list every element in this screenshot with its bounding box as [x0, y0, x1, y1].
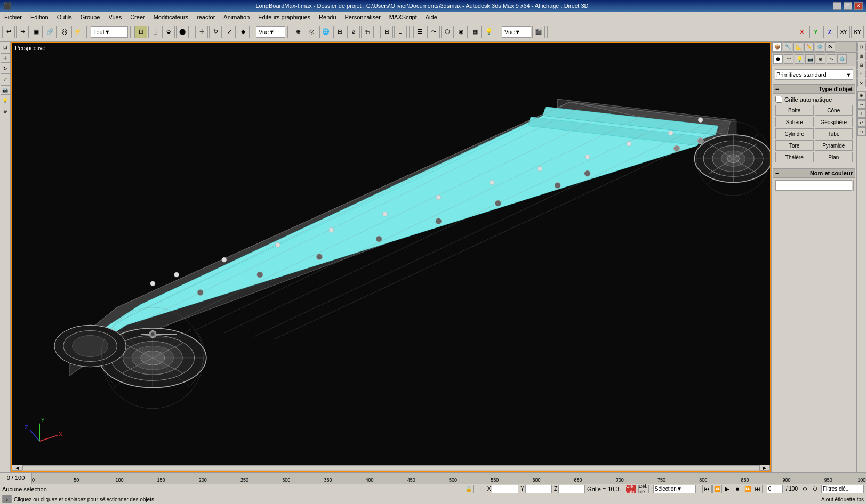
y-axis-button[interactable]: Y [809, 26, 822, 38]
far-right-btn-1[interactable]: ⊡ [857, 43, 866, 51]
left-tool-light[interactable]: 💡 [1, 96, 10, 105]
move-button[interactable]: ✛ [195, 26, 208, 38]
theiere-button[interactable]: Théière [775, 152, 814, 162]
left-tool-select[interactable]: ⊡ [1, 43, 10, 52]
pivot-btn[interactable]: ⊕ [292, 26, 304, 38]
rtab-create[interactable]: 📦 [772, 42, 782, 52]
color-swatch[interactable] [853, 180, 854, 191]
filter-dropdown[interactable]: Tout ▼ [91, 26, 128, 38]
scroll-left-btn[interactable]: ◀ [12, 465, 22, 471]
menu-personnaliser[interactable]: Personnaliser [343, 13, 383, 21]
quick-render-btn[interactable]: 🎬 [532, 26, 545, 38]
far-right-btn-6[interactable]: ⊕ [857, 91, 866, 100]
filtres-dropdown[interactable]: Filtres clé... [821, 485, 864, 493]
menu-animation[interactable]: Animation [221, 13, 252, 21]
viewport-canvas[interactable]: X Y Z [12, 43, 770, 471]
cle-auto-btn[interactable]: Clé auto [626, 485, 636, 493]
far-right-btn-9[interactable]: ↩ [857, 118, 866, 127]
cone-button[interactable]: Cône [815, 105, 853, 116]
menu-rendu[interactable]: Rendu [317, 13, 338, 21]
tore-button[interactable]: Tore [775, 140, 814, 151]
material-btn[interactable]: ◉ [455, 26, 468, 38]
rtab-lights[interactable]: 💡 [795, 54, 804, 64]
def-cle-btn[interactable]: Déf. clé [638, 485, 649, 493]
primitives-dropdown[interactable]: Primitives standard ▼ [775, 69, 853, 80]
rtab-hierarchy[interactable]: 📐 [793, 42, 803, 52]
left-tool-scale[interactable]: ⤢ [1, 75, 10, 84]
select-center-btn[interactable]: ◎ [306, 26, 318, 38]
texture-btn[interactable]: ▦ [469, 26, 482, 38]
left-tool-move[interactable]: ✛ [1, 53, 10, 63]
rotate-button[interactable]: ↻ [209, 26, 222, 38]
key-btn[interactable]: + [476, 485, 485, 493]
far-right-btn-3[interactable]: ⊟ [857, 61, 866, 69]
z-axis-button[interactable]: Z [823, 26, 836, 38]
far-right-btn-4[interactable]: ⬚ [857, 70, 866, 78]
pyramide-button[interactable]: Pyramide [815, 140, 853, 151]
cylindre-button[interactable]: Cylindre [775, 128, 814, 139]
schematic-btn[interactable]: ⬡ [441, 26, 454, 38]
x-input[interactable] [492, 485, 518, 493]
plan-button[interactable]: Plan [815, 152, 853, 162]
anim-last-btn[interactable]: ⏭ [753, 485, 763, 493]
redo-button[interactable]: ↪ [16, 26, 29, 38]
lock-btn[interactable]: 🔒 [464, 485, 474, 493]
xy-axis-button[interactable]: XY [837, 26, 850, 38]
object-type-header[interactable]: − Type d'objet [773, 85, 855, 94]
auto-grid-checkbox[interactable]: Grille automatique [775, 96, 853, 103]
bind-button[interactable]: ⚡ [71, 26, 84, 38]
anim-next-btn[interactable]: ⏩ [743, 485, 752, 493]
menu-outils[interactable]: Outils [55, 13, 74, 21]
ky-axis-button[interactable]: KY [851, 26, 864, 38]
anim-prev-btn[interactable]: ⏪ [712, 485, 722, 493]
world-btn[interactable]: 🌐 [319, 26, 332, 38]
time-btn[interactable]: ⏱ [811, 485, 820, 493]
boite-button[interactable]: Boîte [775, 105, 814, 116]
menu-reactor[interactable]: reactor [195, 13, 217, 21]
restore-button[interactable]: □ [844, 2, 852, 10]
rtab-systems[interactable]: ⚙️ [837, 54, 847, 64]
percent-snap-btn[interactable]: % [361, 26, 374, 38]
scroll-right-btn[interactable]: ▶ [759, 465, 770, 471]
close-button[interactable]: ✕ [854, 2, 863, 10]
name-color-header[interactable]: − Nom et couleur [773, 169, 855, 178]
render-btn[interactable]: 💡 [483, 26, 495, 38]
rtab-helpers[interactable]: ⊕ [816, 54, 825, 64]
menu-vues[interactable]: Vues [106, 13, 124, 21]
rtab-shapes[interactable]: 〰 [784, 54, 793, 64]
tube-button[interactable]: Tube [815, 128, 853, 139]
undo-button[interactable]: ↩ [2, 26, 15, 38]
rtab-spacewarps[interactable]: 〜 [827, 54, 836, 64]
select-object-button[interactable]: ▣ [30, 26, 43, 38]
select-region-button[interactable]: ⬚ [148, 26, 161, 38]
anim-stop-btn[interactable]: ■ [733, 485, 742, 493]
curve-btn[interactable]: 〜 [427, 26, 440, 38]
selection-dropdown[interactable]: Sélection ▼ [653, 485, 696, 493]
menu-editeurs[interactable]: Editeurs graphiques [256, 13, 312, 21]
link-button[interactable]: 🔗 [44, 26, 57, 38]
rtab-geometry[interactable]: ⬢ [773, 54, 783, 64]
menu-groupe[interactable]: Groupe [78, 13, 102, 21]
timeline-bar[interactable]: 0 50 100 150 200 250 300 350 400 450 500… [32, 473, 866, 484]
far-right-btn-8[interactable]: ↕ [857, 109, 866, 118]
viewport-scrollbar[interactable]: ◀ ▶ [12, 465, 770, 471]
left-tool-rotate[interactable]: ↻ [1, 64, 10, 74]
far-right-btn-5[interactable]: ✕ [857, 79, 866, 87]
rtab-utilities[interactable]: 🛠 [825, 42, 835, 52]
layer-btn[interactable]: ☰ [413, 26, 426, 38]
geosphere-button[interactable]: Géosphère [815, 117, 853, 127]
view-dropdown[interactable]: Vue ▼ [256, 26, 285, 38]
far-right-btn-7[interactable]: ↔ [857, 100, 866, 109]
menu-maxscript[interactable]: MAXScript [387, 13, 419, 21]
far-right-btn-10[interactable]: ↪ [857, 127, 866, 136]
object-name-input[interactable] [775, 180, 852, 191]
snap-settings-btn[interactable]: ⚙ [800, 485, 809, 493]
far-right-btn-2[interactable]: ⊞ [857, 52, 866, 60]
scale-button[interactable]: ⤢ [223, 26, 236, 38]
anim-first-btn[interactable]: ⏮ [702, 485, 712, 493]
angle-snap-btn[interactable]: ⌀ [347, 26, 360, 38]
menu-fichier[interactable]: Fichier [2, 13, 24, 21]
select-paint-button[interactable]: ⬤ [176, 26, 189, 38]
unlink-button[interactable]: ⛓ [58, 26, 70, 38]
frame-input[interactable] [767, 485, 783, 493]
